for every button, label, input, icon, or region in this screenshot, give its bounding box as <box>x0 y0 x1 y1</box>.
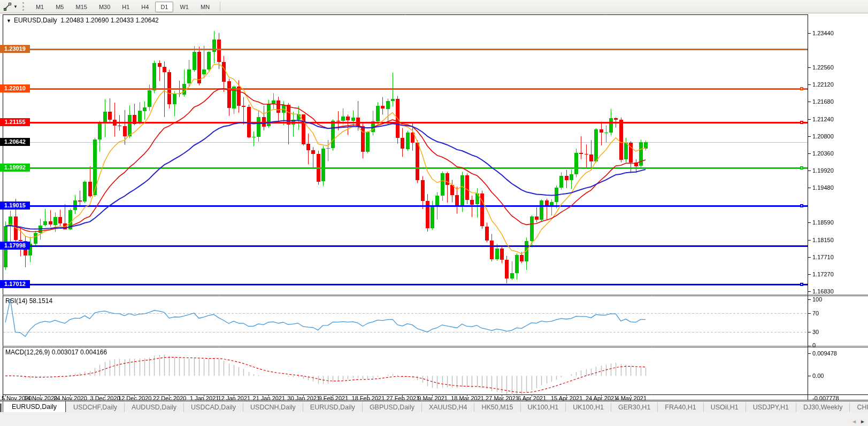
pointer-tool-icon[interactable] <box>2 2 13 11</box>
chart-tab-2[interactable]: AUDUSD,Daily <box>124 402 183 413</box>
timeframe-button-h1[interactable]: H1 <box>117 2 135 12</box>
chart-tab-9[interactable]: UK100,H1 <box>520 402 566 413</box>
timeframe-button-m1[interactable]: M1 <box>30 2 49 12</box>
timeframe-buttons: M1M5M15M30H1H4D1W1MN <box>30 2 216 11</box>
chart-tab-7[interactable]: XAUUSD,H4 <box>421 402 474 413</box>
chart-tab-15[interactable]: DJ30,Weekly <box>796 402 849 413</box>
toolbar-separator <box>220 2 220 11</box>
tool-dropdown-caret-icon[interactable]: ▼ <box>13 4 20 9</box>
price-chart-canvas[interactable] <box>0 0 868 426</box>
chart-tab-4[interactable]: USDCNH,Daily <box>243 402 303 413</box>
tab-scroll-right-icon[interactable]: ► <box>858 419 867 424</box>
chart-tab-11[interactable]: GER30,H1 <box>611 402 657 413</box>
top-toolbar: ▼ M1M5M15M30H1H4D1W1MN <box>0 0 868 13</box>
status-strip <box>0 412 868 426</box>
chart-tab-14[interactable]: USDJPY,H1 <box>746 402 796 413</box>
tab-bar-grip[interactable] <box>0 404 2 413</box>
timeframe-button-d1[interactable]: D1 <box>155 2 173 12</box>
chart-tab-13[interactable]: USOil,H1 <box>703 402 746 413</box>
timeframe-button-mn[interactable]: MN <box>195 2 215 12</box>
chart-tab-0[interactable]: EURUSD,Daily <box>3 401 66 413</box>
chart-tab-10[interactable]: UK100,H1 <box>565 402 611 413</box>
timeframe-button-m5[interactable]: M5 <box>50 2 69 12</box>
tab-scroll-arrows: ◄► <box>848 419 867 424</box>
chart-tab-16[interactable]: CHINA300,H1 <box>849 402 868 413</box>
chart-tab-1[interactable]: USDCHF,Daily <box>66 402 124 413</box>
toolbar-grip[interactable] <box>22 2 27 11</box>
timeframe-button-m30[interactable]: M30 <box>94 2 116 12</box>
chart-tab-bar: EURUSD,DailyUSDCHF,DailyAUDUSD,DailyUSDC… <box>0 401 868 413</box>
timeframe-button-w1[interactable]: W1 <box>174 2 194 12</box>
chart-tab-8[interactable]: HK50,M15 <box>474 402 520 413</box>
chart-tab-12[interactable]: FRA40,H1 <box>657 402 703 413</box>
timeframe-button-h4[interactable]: H4 <box>136 2 154 12</box>
tab-scroll-left-icon[interactable]: ◄ <box>850 419 858 424</box>
chart-tab-6[interactable]: GBPUSD,Daily <box>362 402 421 413</box>
chart-tab-5[interactable]: EURUSD,Daily <box>303 402 362 413</box>
chart-tab-3[interactable]: USDCAD,Daily <box>183 402 243 413</box>
timeframe-button-m15[interactable]: M15 <box>70 2 92 12</box>
